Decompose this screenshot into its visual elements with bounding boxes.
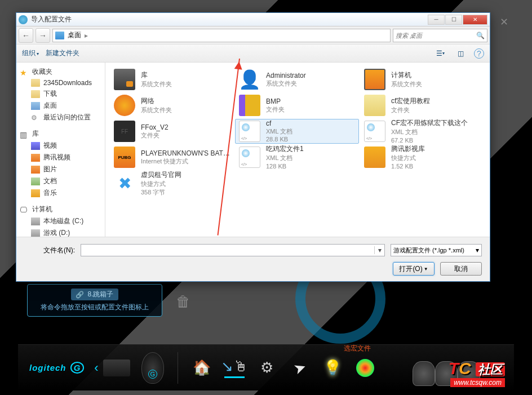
- chevron-down-icon[interactable]: ▾: [476, 246, 479, 254]
- file-grid[interactable]: 库系统文件夹👤Administrator系统文件夹计算机系统文件夹网络系统文件夹…: [105, 63, 490, 237]
- logitech-logo: logitech G: [29, 363, 84, 372]
- mouse-device-icon[interactable]: [141, 352, 164, 384]
- file-name: 网络: [141, 96, 230, 106]
- tree-documents[interactable]: 文档: [16, 175, 105, 187]
- forward-button[interactable]: →: [36, 28, 50, 43]
- settings-icon[interactable]: ⚙: [257, 358, 277, 378]
- minimize-button[interactable]: ─: [428, 15, 445, 25]
- file-item[interactable]: 👤Administrator系统文件夹: [235, 67, 359, 92]
- star-icon: ★: [20, 68, 29, 76]
- file-item[interactable]: CF宏不用炼狱宏下载这个XML 文档67.2 KB: [360, 119, 484, 144]
- cancel-button[interactable]: 取消: [440, 262, 482, 276]
- net-icon: [114, 95, 135, 116]
- xml-icon: [239, 147, 260, 168]
- filetype-select[interactable]: 游戏配置文件 (*.lgp *.xml)▾: [391, 244, 482, 256]
- file-item[interactable]: cf宏使用教程文件夹: [360, 93, 484, 118]
- file-name: CF宏不用炼狱宏下载这个: [391, 118, 480, 128]
- filename-input[interactable]: ▾: [81, 244, 385, 256]
- new-folder-button[interactable]: 新建文件夹: [46, 48, 79, 58]
- dialog-footer: 文件名(N): ▾ 游戏配置文件 (*.lgp *.xml)▾ 打开(O)▼ 取…: [16, 237, 490, 281]
- tree-recent[interactable]: ⚙最近访问的位置: [16, 112, 105, 123]
- file-meta: XML 文档: [391, 128, 480, 136]
- file-item[interactable]: cfXML 文档28.8 KB: [235, 119, 359, 144]
- tree-drive-d[interactable]: 游戏 (D:): [16, 227, 105, 237]
- pointer-settings-icon[interactable]: ↘🖱: [224, 358, 245, 378]
- tencent-icon: [31, 154, 40, 162]
- lighting-icon[interactable]: 💡: [322, 358, 343, 378]
- file-meta: 快捷方式: [141, 180, 230, 188]
- divider: [178, 352, 178, 384]
- tree-drive-c[interactable]: 本地磁盘 (C:): [16, 215, 105, 227]
- tree-label: 视频: [43, 141, 57, 150]
- tree-computer[interactable]: 🖵计算机: [16, 203, 105, 215]
- tree-downloads[interactable]: 2345Downloads: [16, 78, 105, 88]
- tree-music[interactable]: 音乐: [16, 187, 105, 199]
- tree-videos[interactable]: 视频: [16, 140, 105, 152]
- preview-pane-button[interactable]: ◫: [454, 48, 467, 59]
- file-name: cf: [266, 119, 355, 127]
- search-input[interactable]: [396, 32, 476, 39]
- file-item[interactable]: 计算机系统文件夹: [360, 67, 484, 92]
- open-button[interactable]: 打开(O)▼: [393, 262, 435, 276]
- file-name: FFox_V2: [141, 123, 230, 131]
- file-name: 腾讯影视库: [391, 144, 480, 154]
- tree-libraries[interactable]: ▥库: [16, 128, 105, 140]
- cursor-icon[interactable]: ➤: [287, 354, 313, 380]
- tree-tencent-video[interactable]: 腾讯视频: [16, 152, 105, 163]
- tree-download[interactable]: 下载: [16, 88, 105, 100]
- heatmap-icon[interactable]: [355, 358, 375, 378]
- drop-hint: 将命令拖放至按钮或配置文件图标上: [41, 303, 149, 312]
- close-button[interactable]: ✕: [463, 15, 487, 25]
- file-name: 计算机: [391, 70, 480, 80]
- organize-menu[interactable]: 组织: [22, 48, 39, 58]
- file-item[interactable]: FFFFox_V2文件夹: [110, 119, 234, 144]
- documents-icon: [31, 177, 40, 185]
- view-options-button[interactable]: ☰: [433, 48, 447, 59]
- search-icon[interactable]: 🔍: [476, 32, 485, 39]
- file-meta: 文件夹: [141, 131, 230, 139]
- file-size: 67.2 KB: [391, 136, 480, 144]
- breadcrumb-arrow-icon[interactable]: ▸: [85, 32, 88, 39]
- file-size: 1.52 KB: [391, 162, 480, 170]
- help-button[interactable]: ?: [474, 48, 484, 59]
- search-box[interactable]: 🔍: [393, 29, 487, 42]
- file-item[interactable]: BMP文件夹: [235, 93, 359, 118]
- comp-icon: [364, 69, 385, 90]
- file-item[interactable]: 库系统文件夹: [110, 67, 234, 92]
- tree-label: 最近访问的位置: [43, 113, 91, 122]
- user-icon: 👤: [239, 69, 260, 90]
- tree-label: 2345Downloads: [43, 79, 92, 87]
- blue-icon: ✖: [114, 172, 135, 194]
- file-item[interactable]: 吃鸡宏文件1XML 文档128 KB: [235, 145, 359, 170]
- xml-icon: [364, 121, 385, 142]
- file-item[interactable]: 腾讯影视库快捷方式1.52 KB: [360, 145, 484, 170]
- video-icon: [31, 142, 40, 150]
- drive-icon: [31, 229, 40, 237]
- chevron-down-icon[interactable]: ▾: [374, 246, 384, 254]
- file-open-dialog: 导入配置文件 ─ ☐ ✕ ← → 桌面 ▸ 🔍 组织 新建文件夹 ☰ ◫ ? ★…: [16, 12, 490, 282]
- macro-chip[interactable]: 🔗 8.跳箱子: [71, 289, 118, 300]
- tree-favorites[interactable]: ★收藏夹: [16, 66, 105, 78]
- tree-desktop[interactable]: 桌面: [16, 100, 105, 112]
- trash-icon[interactable]: 🗑: [176, 293, 190, 310]
- tree-pictures[interactable]: 图片: [16, 163, 105, 175]
- address-bar[interactable]: 桌面 ▸: [52, 29, 391, 42]
- maximize-button[interactable]: ☐: [445, 15, 462, 25]
- file-meta: 快捷方式: [391, 154, 480, 162]
- tree-label: 收藏夹: [32, 67, 52, 77]
- pictures-icon: [31, 166, 40, 174]
- file-name: 吃鸡宏文件1: [266, 144, 355, 154]
- dock-collapse-icon[interactable]: ‹: [94, 361, 98, 375]
- file-item[interactable]: ✖虚贝租号官网快捷方式358 字节: [110, 171, 234, 196]
- file-item[interactable]: 网络系统文件夹: [110, 93, 234, 118]
- chip-label: 8.跳箱子: [87, 290, 113, 299]
- file-item[interactable]: PUBGPLAYERUNKNOWN'S BATTLEGROUNDSInterne…: [110, 145, 234, 170]
- tree-label: 本地磁盘 (C:): [43, 216, 83, 226]
- back-button[interactable]: ←: [19, 28, 33, 43]
- file-name: Administrator: [266, 72, 355, 79]
- file-meta: 系统文件夹: [141, 106, 230, 114]
- app-close-icon[interactable]: ✕: [500, 16, 508, 28]
- home-icon[interactable]: 🏠: [192, 358, 212, 378]
- folder-icon: [31, 79, 40, 87]
- keyboard-device-icon[interactable]: [103, 360, 130, 376]
